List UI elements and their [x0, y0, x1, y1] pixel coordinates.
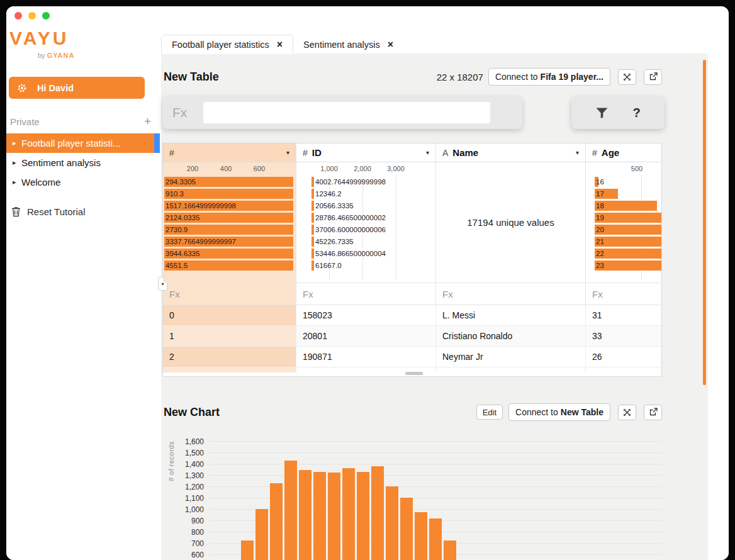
chart-bar[interactable]	[255, 509, 268, 560]
chart-bar[interactable]	[371, 466, 384, 560]
formula-input[interactable]	[203, 102, 490, 123]
sidebar-item-football-player-statistics[interactable]: ▸ Football player statisti...	[6, 133, 154, 153]
table-cell[interactable]: 26	[586, 347, 661, 367]
close-tab-icon[interactable]: ×	[388, 40, 393, 50]
axis-tick-label: 600	[254, 165, 265, 172]
table-row[interactable]: 2 190871 Neymar Jr 26	[163, 347, 661, 367]
table-cell[interactable]: L. Messi	[436, 305, 586, 325]
chevron-right-icon: ▸	[13, 139, 21, 147]
table-cell[interactable]: 31	[586, 305, 661, 325]
connect-source-button[interactable]: Connect to Fifa 19 player...	[488, 68, 610, 86]
table-row[interactable]: 0 158023 L. Messi 31	[163, 305, 661, 326]
open-widget-button[interactable]	[644, 69, 662, 85]
column-formula-cell[interactable]: Fx	[163, 283, 296, 305]
histogram-row: 16	[586, 176, 661, 188]
histogram-row: 4551.5	[163, 260, 296, 271]
chart-bar[interactable]	[299, 470, 311, 560]
table-cell[interactable]: 20801	[296, 326, 436, 346]
open-widget-button[interactable]	[644, 405, 662, 420]
histogram-value-label: 20566.3335	[315, 200, 354, 211]
chart-bar[interactable]	[444, 540, 456, 560]
tab-label: Football player statistics	[172, 40, 269, 50]
chart-bar[interactable]	[400, 498, 413, 560]
y-axis-tick-label: 1,400	[164, 460, 204, 469]
axis-tick-label: 500	[631, 165, 642, 172]
reset-tutorial-button[interactable]: Reset Tutorial	[11, 206, 86, 217]
chart-bar[interactable]	[386, 486, 398, 560]
column-header-name[interactable]: A Name ▾	[436, 143, 586, 162]
column-header-id[interactable]: # ID ▾	[296, 143, 436, 162]
chart-bar[interactable]	[328, 473, 340, 560]
minimize-window-button[interactable]	[28, 12, 36, 20]
histogram-row: 910.3	[163, 188, 296, 199]
column-menu-icon[interactable]: ▾	[426, 149, 429, 156]
table-dimensions: 22 x 18207	[437, 72, 483, 82]
close-window-button[interactable]	[14, 12, 22, 20]
column-formula-cell[interactable]: Fx	[586, 283, 661, 305]
chart-bar[interactable]	[429, 518, 442, 560]
connect-target: Fifa 19 player...	[541, 72, 603, 82]
histogram-row: 12346.2	[296, 188, 435, 199]
histogram-row: 53446.866500000004	[296, 248, 435, 259]
add-project-button[interactable]: +	[142, 115, 154, 128]
id-histogram-rows: 4002.764499999999812346.220566.333528786…	[296, 176, 435, 272]
histogram-bar	[595, 237, 661, 247]
chart-bar[interactable]	[313, 472, 326, 560]
vertical-scrollbar[interactable]	[703, 60, 706, 385]
edit-chart-button[interactable]: Edit	[476, 405, 503, 420]
histogram-row: 18	[586, 200, 661, 211]
expand-widget-button[interactable]	[618, 405, 636, 420]
private-section-label: Private	[10, 116, 40, 127]
column-header-age[interactable]: # Age	[586, 143, 661, 162]
chart-bar[interactable]	[241, 540, 254, 560]
histogram-row: 37006.600000000006	[296, 224, 435, 235]
column-formula-cell[interactable]: Fx	[436, 283, 586, 305]
histogram-row: 19	[586, 212, 661, 223]
age-column-histogram: 500 1617181920212223	[586, 162, 661, 283]
histogram-value-label: 61667.0	[315, 260, 342, 271]
tab-football-player-statistics[interactable]: Football player statistics ×	[161, 35, 293, 54]
sidebar-item-welcome[interactable]: ▸ Welcome	[6, 172, 161, 192]
filter-icon[interactable]	[595, 107, 609, 119]
histogram-value-label: 45226.7335	[315, 236, 354, 247]
sidebar-item-sentiment-analysis[interactable]: ▸ Sentiment analysis	[6, 153, 161, 172]
table-cell[interactable]: Cristiano Ronaldo	[436, 326, 586, 346]
private-section: Private +	[10, 115, 154, 128]
histogram-value-label: 22	[596, 248, 604, 259]
table-row[interactable]: 1 20801 Cristiano Ronaldo 33	[163, 326, 661, 347]
histogram-row: 22	[586, 248, 661, 259]
column-header-index[interactable]: # ▾	[163, 143, 296, 162]
close-tab-icon[interactable]: ×	[277, 40, 283, 50]
histogram-row: 45226.7335	[296, 236, 435, 247]
row-index-cell: 2	[163, 347, 296, 367]
tab-sentiment-analysis[interactable]: Sentiment analysis ×	[293, 35, 403, 54]
histogram-bar	[311, 225, 314, 235]
column-menu-icon[interactable]: ▾	[286, 149, 289, 156]
table-cell[interactable]: 33	[586, 326, 661, 346]
histogram-value-label: 910.3	[166, 188, 184, 199]
horizontal-scrollbar[interactable]	[405, 372, 423, 375]
row-index-cell: 1	[163, 326, 296, 346]
zoom-window-button[interactable]	[42, 12, 50, 20]
connect-chart-button[interactable]: Connect to New Table	[508, 403, 610, 421]
histogram-value-label: 4002.7644999999998	[315, 176, 386, 188]
user-button[interactable]: Hi David	[9, 77, 145, 99]
chart-bar[interactable]	[270, 483, 283, 560]
chart-bar[interactable]	[357, 472, 369, 560]
help-button[interactable]: ?	[633, 106, 641, 120]
chart-bar[interactable]	[284, 461, 297, 560]
column-name: Name	[452, 147, 478, 158]
table-cell[interactable]: 158023	[296, 305, 436, 325]
connect-prefix: Connect to	[515, 407, 558, 417]
sidebar-item-label: Sentiment analysis	[21, 157, 101, 168]
sidebar: VAYU by GYANA Hi David Private + ▸ Footb…	[6, 6, 161, 560]
histogram-value-label: 37006.600000000006	[315, 224, 386, 235]
chart-bar[interactable]	[415, 512, 427, 560]
table-cell[interactable]: Neymar Jr	[436, 347, 586, 367]
gear-icon	[17, 83, 27, 93]
table-cell[interactable]: 190871	[296, 347, 436, 367]
chart-bar[interactable]	[342, 468, 355, 560]
expand-widget-button[interactable]	[618, 69, 636, 85]
column-formula-cell[interactable]: Fx	[296, 283, 436, 305]
column-menu-icon[interactable]: ▾	[576, 149, 579, 156]
